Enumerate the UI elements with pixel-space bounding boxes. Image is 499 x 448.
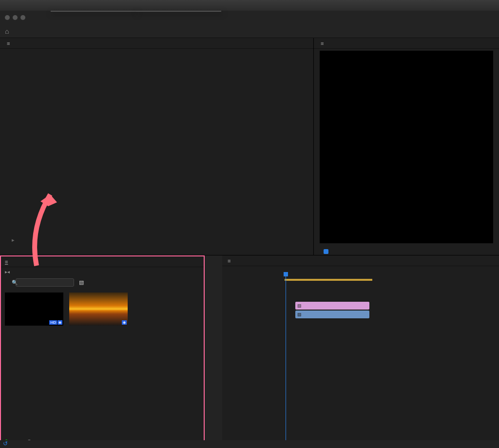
status-bar: ↺: [0, 440, 499, 448]
project-tab[interactable]: ≡: [5, 259, 8, 265]
clip-nextist[interactable]: ▧: [295, 302, 369, 310]
program-tab[interactable]: ≡: [314, 38, 499, 49]
sequence-tab[interactable]: ≡: [222, 255, 499, 266]
program-monitor[interactable]: [320, 51, 493, 243]
workspace-tabs: ⌂: [0, 24, 499, 38]
project-item[interactable]: HD◈: [5, 292, 63, 328]
program-scrubber[interactable]: [320, 249, 493, 256]
source-panel: ≡ ▸: [0, 38, 314, 255]
project-search-input[interactable]: [16, 278, 74, 287]
bin-icon[interactable]: ▧: [79, 279, 84, 286]
timeline-ruler[interactable]: [285, 272, 499, 284]
playhead-icon[interactable]: [324, 249, 328, 254]
timeline-panel: ≡ ▧ ▧: [205, 255, 499, 448]
clip-sunset[interactable]: ▧: [295, 311, 369, 318]
mac-menubar: [0, 0, 499, 11]
timeline-clips-area[interactable]: ▧ ▧: [285, 284, 499, 448]
search-icon: 🔍: [12, 280, 18, 285]
window-controls[interactable]: [5, 15, 25, 20]
app-titlebar: [0, 11, 499, 24]
project-panel: ≡ ▸◂ 🔍 ▧ HD◈ ◈ ✎ ≣ ▾: [0, 255, 205, 448]
program-panel: ≡: [314, 38, 499, 255]
file-new-submenu: [136, 11, 221, 12]
project-item[interactable]: ◈: [69, 292, 128, 328]
playhead[interactable]: [286, 272, 286, 448]
source-tab[interactable]: ≡: [0, 38, 313, 49]
file-menu: [51, 11, 136, 12]
project-icon: ▸◂: [5, 269, 10, 274]
home-icon[interactable]: ⌂: [5, 27, 9, 35]
